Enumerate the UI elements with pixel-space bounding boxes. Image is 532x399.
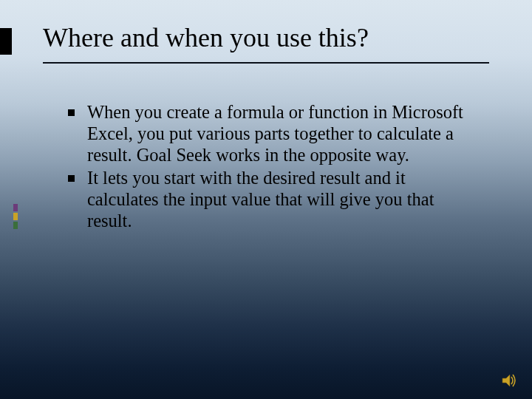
bullet-item: It lets you start with the desired resul… — [66, 168, 480, 232]
bullet-item: When you create a formula or function in… — [66, 102, 480, 166]
color-bar — [13, 222, 18, 229]
sound-icon[interactable] — [501, 372, 519, 389]
color-bar — [13, 204, 18, 211]
decorative-color-bars — [13, 204, 18, 231]
slide: Where and when you use this? When you cr… — [0, 0, 532, 399]
color-bar — [13, 213, 18, 220]
bullet-text: When you create a formula or function in… — [87, 102, 463, 165]
svg-marker-0 — [502, 375, 510, 386]
bullet-text: It lets you start with the desired resul… — [87, 168, 434, 231]
title-underline — [43, 62, 489, 64]
slide-body: When you create a formula or function in… — [66, 102, 480, 233]
accent-tab — [0, 28, 12, 55]
slide-title: Where and when you use this? — [43, 24, 494, 53]
